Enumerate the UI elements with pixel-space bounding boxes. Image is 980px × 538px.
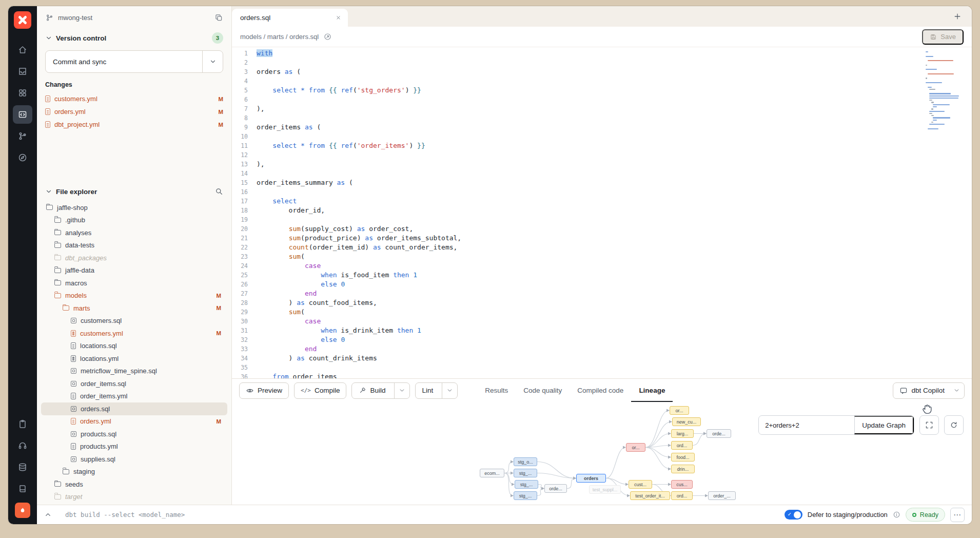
tree-item-models[interactable]: modelsM (41, 290, 227, 302)
code-line[interactable]: 12 (232, 150, 923, 160)
lineage-node-stg-[interactable]: stg_... (514, 491, 537, 500)
code-line[interactable]: 15order_items_summary as ( (232, 178, 923, 187)
code-line[interactable]: 9order_items as ( (232, 123, 923, 132)
code-line[interactable]: 19 (232, 215, 923, 224)
code-line[interactable]: 14 (232, 169, 923, 178)
panel-tab-code-quality[interactable]: Code quality (516, 379, 570, 402)
code-line[interactable]: 8 (232, 113, 923, 123)
tree-item-supplies-sql[interactable]: supplies.sql (41, 453, 227, 466)
tree-item-jaffle-shop[interactable]: jaffle-shop (41, 201, 227, 214)
tree-item-orders-sql[interactable]: orders.sql (41, 402, 227, 415)
lineage-node-ord-[interactable]: ord... (671, 491, 693, 500)
tree-item-target[interactable]: target (41, 491, 227, 504)
lineage-node-food-[interactable]: food... (671, 453, 695, 462)
tree-item-macros[interactable]: macros (41, 277, 227, 290)
tree-item-order-items-sql[interactable]: order_items.sql (41, 377, 227, 390)
code-line[interactable]: 11 select * from {{ ref('order_items') }… (232, 141, 923, 150)
code-line[interactable]: 10 (232, 132, 923, 141)
lineage-node-orde-[interactable]: orde... (544, 484, 567, 493)
tree-item-seeds[interactable]: seeds (41, 478, 227, 491)
code-line[interactable]: 29 sum( (232, 308, 923, 317)
lineage-node-orders[interactable]: orders (576, 474, 606, 483)
tree-item-staging[interactable]: staging (41, 466, 227, 478)
tree-item-order-items-yml[interactable]: order_items.yml (41, 390, 227, 403)
tab-orders-sql[interactable]: orders.sql (232, 9, 348, 27)
tree-item--github[interactable]: .github (41, 214, 227, 227)
code-line[interactable]: 33 end (232, 344, 923, 354)
command-input[interactable]: dbt build --select <model_name> (65, 511, 185, 518)
code-line[interactable]: 18 order_id, (232, 206, 923, 215)
compass-icon[interactable] (13, 148, 32, 167)
panel-tab-lineage[interactable]: Lineage (631, 379, 673, 402)
headset-icon[interactable] (13, 436, 32, 455)
book-icon[interactable] (13, 479, 32, 498)
tree-item-customers-yml[interactable]: customers.ymlM (41, 327, 227, 340)
lint-button[interactable]: Lint (415, 382, 458, 399)
changed-file-row[interactable]: dbt_project.ymlM (45, 118, 223, 131)
code-line[interactable]: 17 select (232, 197, 923, 206)
open-in-docs-icon[interactable] (323, 32, 332, 41)
code-line[interactable]: 25 when is_food_item then 1 (232, 271, 923, 280)
expand-command-bar-icon[interactable] (44, 511, 52, 518)
minimap[interactable] (923, 47, 972, 378)
code-line[interactable]: 20 sum(supply_cost) as order_cost, (232, 224, 923, 234)
version-control-header[interactable]: Version control 3 (45, 29, 223, 47)
code-line[interactable]: 16 (232, 187, 923, 197)
changed-file-row[interactable]: customers.ymlM (45, 92, 223, 105)
lineage-node-or-[interactable]: or... (670, 406, 689, 415)
clipboard-icon[interactable] (13, 415, 32, 433)
save-button[interactable]: Save (922, 29, 964, 45)
lineage-node-cust-[interactable]: cust... (629, 480, 652, 489)
code-editor[interactable]: 1with23orders as (45 select * from {{ re… (232, 47, 972, 378)
tree-item-products-yml[interactable]: products.yml (41, 440, 227, 453)
code-line[interactable]: 6 (232, 95, 923, 104)
lineage-node-stg-[interactable]: stg_... (515, 480, 538, 489)
compile-button[interactable]: </> Compile (294, 382, 346, 399)
code-line[interactable]: 32 else 0 (232, 335, 923, 344)
code-editor-icon[interactable] (13, 105, 32, 124)
copilot-caret[interactable] (953, 383, 964, 398)
user-avatar[interactable] (15, 503, 30, 518)
tree-item-orders-yml[interactable]: orders.ymlM (41, 415, 227, 428)
preview-button[interactable]: Preview (239, 382, 289, 399)
database-icon[interactable] (13, 458, 32, 476)
lineage-node-drin-[interactable]: drin... (671, 465, 695, 473)
changed-file-row[interactable]: orders.ymlM (45, 105, 223, 118)
code-line[interactable]: 24 case (232, 261, 923, 271)
code-line[interactable]: 36 from order_items (232, 372, 923, 378)
tree-item-marts[interactable]: martsM (41, 302, 227, 315)
lineage-node-test-suppl-[interactable]: test_suppl... (589, 485, 621, 494)
new-tab-icon[interactable] (953, 12, 962, 21)
lineage-node-stg-o-[interactable]: stg_o... (514, 457, 537, 466)
code-line[interactable]: 22 count(order_item_id) as count_order_i… (232, 243, 923, 252)
code-line[interactable]: 7), (232, 104, 923, 113)
file-explorer-header[interactable]: File explorer (37, 182, 231, 201)
code-line[interactable]: 13), (232, 160, 923, 169)
inbox-icon[interactable] (13, 62, 32, 81)
code-line[interactable]: 1with (232, 49, 923, 58)
code-lines[interactable]: 1with23orders as (45 select * from {{ re… (232, 47, 923, 378)
update-graph-button[interactable]: Update Graph (854, 416, 914, 434)
code-line[interactable]: 27 end (232, 289, 923, 298)
close-tab-icon[interactable] (335, 14, 342, 21)
build-button[interactable]: Build (351, 382, 410, 399)
lineage-node-or-[interactable]: or... (626, 443, 645, 452)
apps-grid-icon[interactable] (13, 84, 32, 102)
lineage-panel[interactable]: ecom...stg_o...stg_...stg_...stg_...orde… (232, 402, 972, 505)
more-options-button[interactable]: ⋯ (950, 508, 965, 522)
code-line[interactable]: 21 sum(product_price) as order_items_sub… (232, 234, 923, 243)
dbt-logo-icon[interactable] (14, 11, 31, 29)
lineage-node-orde-[interactable]: orde... (707, 429, 731, 438)
commit-options-caret[interactable] (202, 51, 223, 72)
tree-item-locations-yml[interactable]: locations.yml (41, 352, 227, 365)
lineage-node-test-order-it-[interactable]: test_order_it... (630, 491, 670, 500)
code-line[interactable]: 4 (232, 76, 923, 86)
panel-tab-results[interactable]: Results (477, 379, 516, 402)
lineage-node-order-[interactable]: order_... (708, 491, 736, 500)
lineage-selector-input[interactable]: 2+orders+2 (759, 416, 854, 434)
lint-options-caret[interactable] (442, 383, 457, 398)
code-line[interactable]: 31 when is_drink_item then 1 (232, 326, 923, 335)
copy-branch-icon[interactable] (214, 13, 223, 22)
code-line[interactable]: 34 ) as count_drink_items (232, 354, 923, 363)
code-line[interactable]: 26 else 0 (232, 280, 923, 289)
